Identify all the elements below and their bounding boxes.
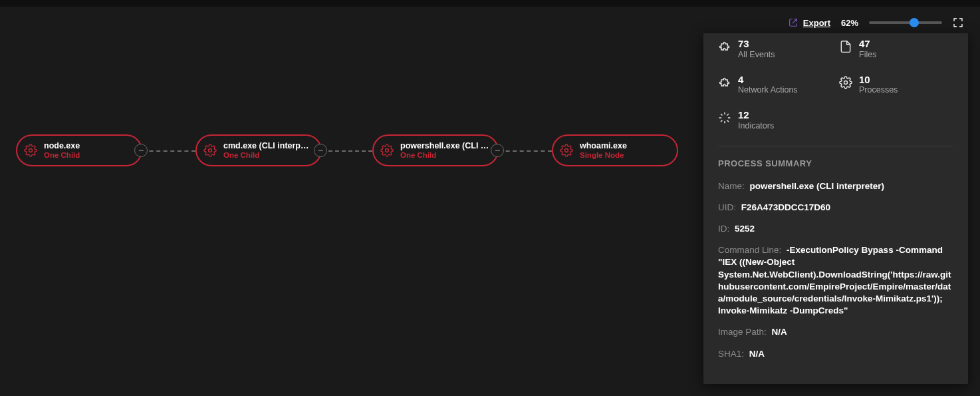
- stat-count: 4: [738, 75, 798, 86]
- node-subtitle: One Child: [223, 151, 312, 160]
- node-title: cmd.exe (CLI interp…: [223, 141, 312, 151]
- puzzle-icon: [718, 40, 731, 53]
- toolbar: Export 62%: [789, 17, 963, 28]
- expand-toggle[interactable]: −: [491, 144, 504, 157]
- field-value: F26A473DDCC17D60: [741, 202, 830, 212]
- field-label: UID:: [718, 202, 736, 212]
- expand-toggle[interactable]: −: [134, 144, 148, 157]
- field-label: ID:: [718, 224, 729, 234]
- field-label: Image Path:: [718, 327, 767, 337]
- svg-point-3: [565, 149, 568, 152]
- svg-point-4: [844, 81, 848, 84]
- stat-count: 12: [738, 110, 774, 121]
- gear-icon: [24, 144, 37, 157]
- zoom-slider[interactable]: [869, 18, 942, 27]
- node-title: powershell.exe (CLI …: [400, 141, 489, 151]
- stat-label: Files: [859, 50, 876, 60]
- stat-count: 10: [859, 75, 898, 86]
- node-title: node.exe: [44, 141, 133, 151]
- burst-icon: [718, 111, 731, 124]
- svg-point-2: [386, 149, 389, 152]
- stat-item[interactable]: 10Processes: [839, 75, 953, 96]
- fullscreen-icon[interactable]: [953, 17, 963, 28]
- stat-item[interactable]: 73All Events: [718, 39, 832, 60]
- node-subtitle: One Child: [400, 151, 489, 160]
- svg-point-0: [29, 149, 33, 152]
- export-icon: [789, 18, 798, 27]
- gear-icon: [380, 144, 394, 157]
- graph-edge: [142, 150, 195, 152]
- summary-field: Image Path: N/A: [718, 326, 953, 338]
- stat-label: Network Actions: [738, 85, 798, 95]
- summary-field: SHA1: N/A: [718, 348, 953, 360]
- node-subtitle: Single Node: [580, 151, 669, 160]
- field-label: Command Line:: [718, 245, 781, 255]
- field-value: powershell.exe (CLI interpreter): [750, 181, 885, 191]
- gear-icon: [839, 76, 852, 89]
- zoom-percent: 62%: [841, 18, 858, 28]
- process-node[interactable]: node.exeOne Child−: [16, 134, 142, 166]
- field-value: -ExecutionPolicy Bypass -Command "IEX ((…: [718, 245, 951, 315]
- slider-track: [869, 21, 942, 24]
- stats-grid: 73All Events 47Files 4Network Actions 10…: [718, 39, 953, 131]
- stat-label: Processes: [859, 85, 898, 95]
- field-value: N/A: [749, 349, 765, 359]
- graph-edge: [322, 150, 372, 152]
- field-label: Name:: [718, 181, 745, 191]
- panel-divider: [718, 146, 953, 146]
- summary-field: ID: 5252: [718, 223, 953, 235]
- process-node[interactable]: powershell.exe (CLI …One Child−: [372, 134, 499, 166]
- export-button[interactable]: Export: [789, 18, 830, 28]
- stat-item[interactable]: 12Indicators: [718, 110, 832, 131]
- stat-count: 73: [738, 39, 775, 50]
- top-strip: [0, 0, 980, 7]
- section-title: PROCESS SUMMARY: [718, 158, 953, 168]
- stat-label: All Events: [738, 50, 775, 60]
- process-node[interactable]: cmd.exe (CLI interp…One Child−: [195, 134, 322, 166]
- field-label: SHA1:: [718, 349, 744, 359]
- graph-edge: [499, 150, 552, 152]
- slider-thumb[interactable]: [910, 18, 919, 27]
- stat-count: 47: [859, 39, 876, 50]
- stat-label: Indicators: [738, 121, 774, 131]
- stat-item[interactable]: 4Network Actions: [718, 75, 832, 96]
- gear-icon: [560, 144, 573, 157]
- file-icon: [839, 40, 852, 53]
- node-subtitle: One Child: [44, 151, 133, 160]
- export-label: Export: [803, 18, 830, 28]
- puzzle-icon: [718, 76, 731, 89]
- expand-toggle[interactable]: −: [314, 144, 327, 157]
- field-value: N/A: [772, 327, 787, 337]
- details-panel: 73All Events 47Files 4Network Actions 10…: [703, 33, 968, 384]
- summary-field: Name: powershell.exe (CLI interpreter): [718, 180, 953, 192]
- field-value: 5252: [735, 224, 755, 234]
- svg-point-1: [209, 149, 212, 152]
- process-node[interactable]: whoami.exeSingle Node: [552, 134, 678, 166]
- summary-field: UID: F26A473DDCC17D60: [718, 202, 953, 214]
- gear-icon: [203, 144, 217, 157]
- summary-field: Command Line: -ExecutionPolicy Bypass -C…: [718, 244, 953, 317]
- node-title: whoami.exe: [580, 141, 669, 151]
- stat-item[interactable]: 47Files: [839, 39, 953, 60]
